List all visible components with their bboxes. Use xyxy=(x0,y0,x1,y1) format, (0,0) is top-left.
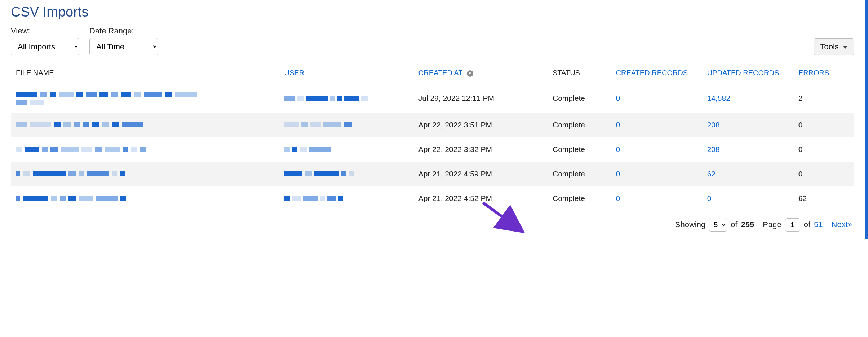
updated-records-cell[interactable]: 208 xyxy=(702,137,793,162)
errors-cell[interactable]: 2 xyxy=(793,84,854,113)
date-range-select[interactable]: All Time xyxy=(89,38,158,55)
updated-records-cell[interactable]: 62 xyxy=(702,162,793,186)
of-label-pages: of xyxy=(804,220,810,229)
file-name-cell[interactable] xyxy=(11,186,279,211)
view-select[interactable]: All Imports xyxy=(11,38,79,55)
user-cell[interactable] xyxy=(279,137,413,162)
user-cell[interactable] xyxy=(279,84,413,113)
created-at-cell: Jul 29, 2022 12:11 PM xyxy=(413,84,548,113)
errors-cell[interactable]: 0 xyxy=(793,113,854,137)
created-records-cell[interactable]: 0 xyxy=(611,186,702,211)
table-row: Apr 21, 2022 4:52 PM Complete 0 0 62 xyxy=(11,186,854,211)
total-count: 255 xyxy=(741,220,754,229)
total-pages[interactable]: 51 xyxy=(814,220,823,229)
status-cell: Complete xyxy=(548,84,611,113)
page-input[interactable] xyxy=(785,218,800,232)
file-name-cell[interactable] xyxy=(11,137,279,162)
view-filter-group: View: All Imports xyxy=(11,26,79,55)
created-records-cell[interactable]: 0 xyxy=(611,162,702,186)
status-cell: Complete xyxy=(548,113,611,137)
created-at-cell: Apr 22, 2022 3:51 PM xyxy=(413,113,548,137)
pagination-footer: Showing 5 of 255 Page of 51 Next» xyxy=(11,218,854,232)
col-header-created-at-label: CREATED AT xyxy=(418,69,462,77)
col-header-user[interactable]: USER xyxy=(279,62,413,84)
showing-label: Showing xyxy=(675,220,705,229)
col-header-status[interactable]: STATUS xyxy=(548,62,611,84)
tools-button[interactable]: Tools xyxy=(814,38,854,55)
created-at-cell: Apr 21, 2022 4:52 PM xyxy=(413,186,548,211)
view-label: View: xyxy=(11,26,79,36)
date-range-filter-group: Date Range: All Time xyxy=(89,26,158,55)
page-title: CSV Imports xyxy=(11,4,854,20)
table-row: Apr 22, 2022 3:51 PM Complete 0 208 0 xyxy=(11,113,854,137)
created-at-cell: Apr 22, 2022 3:32 PM xyxy=(413,137,548,162)
created-records-cell[interactable]: 0 xyxy=(611,113,702,137)
errors-cell[interactable]: 0 xyxy=(793,162,854,186)
errors-cell[interactable]: 0 xyxy=(793,137,854,162)
date-range-label: Date Range: xyxy=(89,26,158,36)
user-cell[interactable] xyxy=(279,162,413,186)
created-at-cell: Apr 21, 2022 4:59 PM xyxy=(413,162,548,186)
status-cell: Complete xyxy=(548,162,611,186)
user-cell[interactable] xyxy=(279,113,413,137)
updated-records-cell[interactable]: 0 xyxy=(702,186,793,211)
next-link[interactable]: Next» xyxy=(832,220,852,229)
imports-table: FILE NAME USER CREATED AT ▼ STATUS CREAT… xyxy=(11,62,854,211)
page-label: Page xyxy=(763,220,781,229)
updated-records-cell[interactable]: 14,582 xyxy=(702,84,793,113)
col-header-errors[interactable]: ERRORS xyxy=(793,62,854,84)
caret-down-icon xyxy=(843,46,847,49)
created-records-cell[interactable]: 0 xyxy=(611,137,702,162)
file-name-cell[interactable] xyxy=(11,162,279,186)
updated-records-cell[interactable]: 208 xyxy=(702,113,793,137)
tools-button-label: Tools xyxy=(820,42,839,51)
file-name-cell[interactable] xyxy=(11,113,279,137)
per-page-select[interactable]: 5 xyxy=(709,218,727,232)
table-row: Apr 21, 2022 4:59 PM Complete 0 62 0 xyxy=(11,162,854,186)
table-row: Apr 22, 2022 3:32 PM Complete 0 208 0 xyxy=(11,137,854,162)
file-name-cell[interactable] xyxy=(11,84,279,113)
col-header-file-name[interactable]: FILE NAME xyxy=(11,62,279,84)
col-header-updated-records[interactable]: UPDATED RECORDS xyxy=(702,62,793,84)
filters-row: View: All Imports Date Range: All Time T… xyxy=(11,26,854,55)
col-header-created-at[interactable]: CREATED AT ▼ xyxy=(413,62,548,84)
col-header-created-records[interactable]: CREATED RECORDS xyxy=(611,62,702,84)
created-records-cell[interactable]: 0 xyxy=(611,84,702,113)
status-cell: Complete xyxy=(548,186,611,211)
user-cell[interactable] xyxy=(279,186,413,211)
status-cell: Complete xyxy=(548,137,611,162)
sort-desc-icon: ▼ xyxy=(467,70,473,77)
errors-cell[interactable]: 62 xyxy=(793,186,854,211)
of-label: of xyxy=(731,220,737,229)
table-row: Jul 29, 2022 12:11 PM Complete 0 14,582 … xyxy=(11,84,854,113)
